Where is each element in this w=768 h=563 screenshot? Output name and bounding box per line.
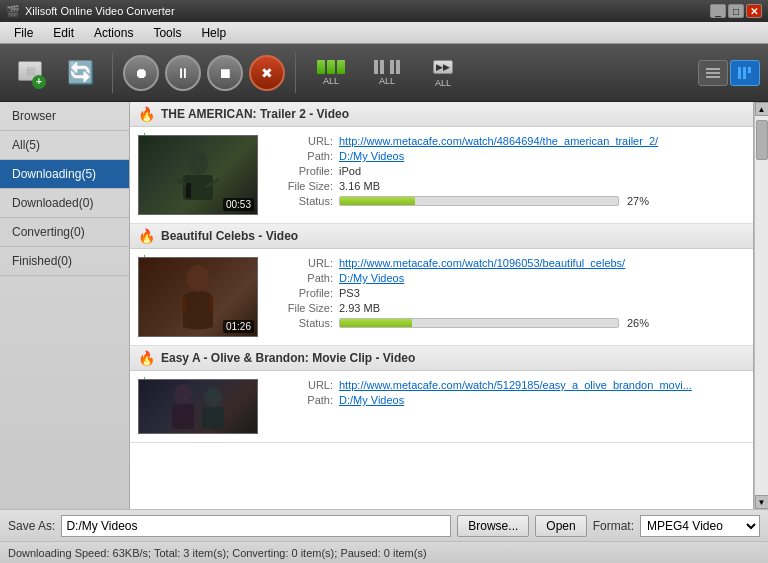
progress-fill-1 xyxy=(340,197,415,205)
video-info-2: URL: http://www.metacafe.com/watch/10960… xyxy=(268,257,745,337)
info-row-path-2: Path: D:/My Videos xyxy=(268,272,745,284)
all-download-button[interactable]: ALL xyxy=(306,49,356,97)
url-label-2: URL: xyxy=(268,257,333,269)
flame-icon-1: 🔥 xyxy=(138,106,155,122)
svg-rect-1 xyxy=(706,72,720,74)
status-label-1: Status: xyxy=(268,195,333,207)
thumbnail-wrap-1: ↓ 00:53 xyxy=(138,135,258,215)
video-item-2: 🔥 Beautiful Celebs - Video ↓ xyxy=(130,224,753,346)
flame-icon-3: 🔥 xyxy=(138,350,155,366)
filesize-label-2: File Size: xyxy=(268,302,333,314)
profile-value-2: PS3 xyxy=(339,287,360,299)
url-link-2[interactable]: http://www.metacafe.com/watch/1096053/be… xyxy=(339,257,625,269)
all-download-label: ALL xyxy=(323,76,339,86)
content-panel[interactable]: 🔥 THE AMERICAN: Trailer 2 - Video ↓ xyxy=(130,102,754,509)
url-link-1[interactable]: http://www.metacafe.com/watch/4864694/th… xyxy=(339,135,658,147)
info-row-url-2: URL: http://www.metacafe.com/watch/10960… xyxy=(268,257,745,269)
svg-rect-0 xyxy=(706,68,720,70)
svg-rect-3 xyxy=(738,67,741,79)
svg-rect-13 xyxy=(172,404,194,429)
video-item-3: 🔥 Easy A - Olive & Brandon: Movie Clip -… xyxy=(130,346,753,443)
thumb-time-2: 01:26 xyxy=(223,320,254,333)
video-title-3: Easy A - Olive & Brandon: Movie Clip - V… xyxy=(161,351,415,365)
detail-view-button[interactable] xyxy=(730,60,760,86)
toolbar-separator-2 xyxy=(295,53,296,93)
bottom-bar: Save As: Browse... Open Format: MPEG4 Vi… xyxy=(0,509,768,541)
format-label: Format: xyxy=(593,519,634,533)
progress-pct-1: 27% xyxy=(627,195,657,207)
sidebar: Browser All(5) Downloading(5) Downloaded… xyxy=(0,102,130,509)
all-convert-button[interactable]: ▶▶ ALL xyxy=(418,49,468,97)
progress-bg-1 xyxy=(339,196,619,206)
sidebar-item-converting[interactable]: Converting(0) xyxy=(0,218,129,247)
delete-button[interactable]: ✖ xyxy=(249,55,285,91)
url-label-1: URL: xyxy=(268,135,333,147)
status-label-2: Status: xyxy=(268,317,333,329)
menu-actions[interactable]: Actions xyxy=(84,24,143,42)
add-button[interactable]: ▤ + xyxy=(8,49,52,97)
browse-button[interactable]: Browse... xyxy=(457,515,529,537)
sidebar-item-browser[interactable]: Browser xyxy=(0,102,129,131)
profile-label-2: Profile: xyxy=(268,287,333,299)
refresh-button[interactable]: 🔄 xyxy=(58,49,102,97)
title-bar-left: 🎬 Xilisoft Online Video Converter xyxy=(6,5,175,18)
thumbnail-wrap-2: ↓ 01:26 xyxy=(138,257,258,337)
save-path-input[interactable] xyxy=(61,515,451,537)
info-row-url-1: URL: http://www.metacafe.com/watch/48646… xyxy=(268,135,745,147)
info-row-path-1: Path: D:/My Videos xyxy=(268,150,745,162)
maximize-button[interactable]: □ xyxy=(728,4,744,18)
all-pause-label: ALL xyxy=(379,76,395,86)
app-title: Xilisoft Online Video Converter xyxy=(25,5,175,17)
url-link-3[interactable]: http://www.metacafe.com/watch/5129185/ea… xyxy=(339,379,692,391)
path-label-1: Path: xyxy=(268,150,333,162)
menu-edit[interactable]: Edit xyxy=(43,24,84,42)
filesize-label-1: File Size: xyxy=(268,180,333,192)
video-info-1: URL: http://www.metacafe.com/watch/48646… xyxy=(268,135,745,215)
app-icon: 🎬 xyxy=(6,5,20,18)
video-info-3: URL: http://www.metacafe.com/watch/51291… xyxy=(268,379,745,434)
video-item-1: 🔥 THE AMERICAN: Trailer 2 - Video ↓ xyxy=(130,102,753,224)
sidebar-item-downloaded[interactable]: Downloaded(0) xyxy=(0,189,129,218)
video-body-3: ↓ URL: xyxy=(130,371,753,442)
format-select[interactable]: MPEG4 Video AVI MP3 WMV xyxy=(640,515,760,537)
svg-rect-5 xyxy=(748,67,751,73)
download-all-button[interactable]: ⏺ xyxy=(123,55,159,91)
sidebar-item-downloading[interactable]: Downloading(5) xyxy=(0,160,129,189)
all-convert-label: ALL xyxy=(435,78,451,88)
save-as-label: Save As: xyxy=(8,519,55,533)
svg-point-11 xyxy=(187,265,209,291)
status-text: Downloading Speed: 63KB/s; Total: 3 item… xyxy=(8,547,427,559)
info-row-path-3: Path: D:/My Videos xyxy=(268,394,745,406)
svg-rect-10 xyxy=(186,183,191,198)
video-body-2: ↓ 01:26 xyxy=(130,249,753,345)
path-link-1[interactable]: D:/My Videos xyxy=(339,150,404,162)
path-link-3[interactable]: D:/My Videos xyxy=(339,394,404,406)
progress-wrap-1: 27% xyxy=(339,195,657,207)
svg-rect-2 xyxy=(706,76,720,78)
title-bar: 🎬 Xilisoft Online Video Converter _ □ ✕ xyxy=(0,0,768,22)
minimize-button[interactable]: _ xyxy=(710,4,726,18)
flame-icon-2: 🔥 xyxy=(138,228,155,244)
toolbar-separator-1 xyxy=(112,53,113,93)
title-bar-controls: _ □ ✕ xyxy=(710,4,762,18)
info-row-profile-2: Profile: PS3 xyxy=(268,287,745,299)
menu-file[interactable]: File xyxy=(4,24,43,42)
thumb-time-1: 00:53 xyxy=(223,198,254,211)
progress-wrap-2: 26% xyxy=(339,317,657,329)
scrollbar[interactable]: ▲ ▼ xyxy=(754,102,768,509)
path-link-2[interactable]: D:/My Videos xyxy=(339,272,404,284)
list-view-button[interactable] xyxy=(698,60,728,86)
all-pause-button[interactable]: ALL xyxy=(362,49,412,97)
progress-pct-2: 26% xyxy=(627,317,657,329)
pause-all-button[interactable]: ⏸ xyxy=(165,55,201,91)
menu-tools[interactable]: Tools xyxy=(143,24,191,42)
close-button[interactable]: ✕ xyxy=(746,4,762,18)
path-label-2: Path: xyxy=(268,272,333,284)
stop-all-button[interactable]: ⏹ xyxy=(207,55,243,91)
menu-help[interactable]: Help xyxy=(191,24,236,42)
open-button[interactable]: Open xyxy=(535,515,586,537)
sidebar-item-all[interactable]: All(5) xyxy=(0,131,129,160)
sidebar-item-finished[interactable]: Finished(0) xyxy=(0,247,129,276)
thumbnail-1: 00:53 xyxy=(138,135,258,215)
thumbnail-3 xyxy=(138,379,258,434)
